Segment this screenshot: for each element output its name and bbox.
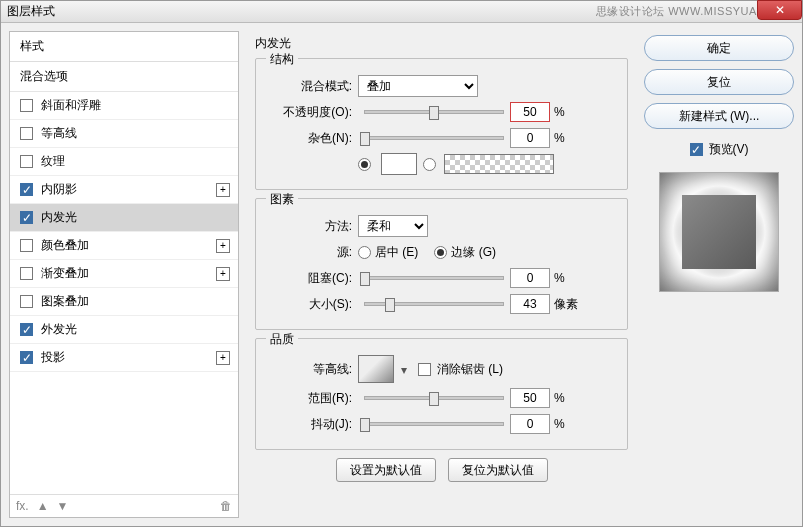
- source-edge-label: 边缘 (G): [451, 244, 496, 261]
- noise-slider[interactable]: [364, 136, 504, 140]
- choke-slider[interactable]: [364, 276, 504, 280]
- effect-checkbox[interactable]: [20, 267, 33, 280]
- effect-item[interactable]: 等高线: [10, 120, 238, 148]
- effect-item[interactable]: ✓内阴影+: [10, 176, 238, 204]
- source-center-radio[interactable]: [358, 246, 371, 259]
- effect-label: 颜色叠加: [41, 237, 89, 254]
- size-slider[interactable]: [364, 302, 504, 306]
- noise-input[interactable]: 0: [510, 128, 550, 148]
- size-input[interactable]: 43: [510, 294, 550, 314]
- antialias-checkbox[interactable]: [418, 363, 431, 376]
- effect-checkbox[interactable]: [20, 127, 33, 140]
- elements-group: 图素 方法: 柔和 源: 居中 (E) 边缘 (G) 阻塞(C): 0 %: [255, 198, 628, 330]
- close-button[interactable]: ✕: [757, 0, 802, 20]
- effect-checkbox[interactable]: [20, 99, 33, 112]
- source-label: 源:: [266, 244, 358, 261]
- effect-item[interactable]: ✓投影+: [10, 344, 238, 372]
- range-input[interactable]: 50: [510, 388, 550, 408]
- ok-button[interactable]: 确定: [644, 35, 794, 61]
- source-edge-radio[interactable]: [434, 246, 447, 259]
- fx-menu-icon[interactable]: fx.: [16, 499, 29, 513]
- range-unit: %: [554, 391, 578, 405]
- effect-label: 斜面和浮雕: [41, 97, 101, 114]
- noise-label: 杂色(N):: [266, 130, 358, 147]
- effect-item[interactable]: 颜色叠加+: [10, 232, 238, 260]
- source-center-label: 居中 (E): [375, 244, 418, 261]
- new-style-button[interactable]: 新建样式 (W)...: [644, 103, 794, 129]
- effect-label: 渐变叠加: [41, 265, 89, 282]
- window-title: 图层样式: [7, 3, 596, 20]
- quality-legend: 品质: [266, 331, 298, 348]
- settings-panel: 内发光 结构 混合模式: 叠加 不透明度(O): 50 % 杂色(N): 0: [247, 31, 636, 518]
- close-icon: ✕: [775, 3, 785, 17]
- preview-label: 预览(V): [709, 141, 749, 158]
- effect-checkbox[interactable]: ✓: [20, 351, 33, 364]
- effect-checkbox[interactable]: ✓: [20, 323, 33, 336]
- titlebar: 图层样式 思缘设计论坛 WWW.MISSYUAN.COM ✕: [1, 1, 802, 23]
- antialias-label: 消除锯齿 (L): [437, 361, 503, 378]
- choke-unit: %: [554, 271, 578, 285]
- add-effect-icon[interactable]: +: [216, 267, 230, 281]
- structure-legend: 结构: [266, 51, 298, 68]
- effect-checkbox[interactable]: [20, 239, 33, 252]
- jitter-input[interactable]: 0: [510, 414, 550, 434]
- range-label: 范围(R):: [266, 390, 358, 407]
- effect-checkbox[interactable]: [20, 155, 33, 168]
- cancel-button[interactable]: 复位: [644, 69, 794, 95]
- size-unit: 像素: [554, 296, 578, 313]
- choke-label: 阻塞(C):: [266, 270, 358, 287]
- effect-item[interactable]: 斜面和浮雕: [10, 92, 238, 120]
- move-down-icon[interactable]: ▼: [57, 499, 69, 513]
- add-effect-icon[interactable]: +: [216, 239, 230, 253]
- add-effect-icon[interactable]: +: [216, 183, 230, 197]
- preview-thumbnail: [659, 172, 779, 292]
- color-radio[interactable]: [358, 158, 371, 171]
- effect-label: 内发光: [41, 209, 77, 226]
- effects-list: 斜面和浮雕等高线纹理✓内阴影+✓内发光颜色叠加+渐变叠加+图案叠加✓外发光✓投影…: [10, 92, 238, 494]
- jitter-label: 抖动(J):: [266, 416, 358, 433]
- jitter-unit: %: [554, 417, 578, 431]
- styles-header: 样式: [10, 32, 238, 62]
- jitter-slider[interactable]: [364, 422, 504, 426]
- gradient-radio[interactable]: [423, 158, 436, 171]
- effect-label: 图案叠加: [41, 293, 89, 310]
- effect-item[interactable]: 纹理: [10, 148, 238, 176]
- noise-unit: %: [554, 131, 578, 145]
- effect-item[interactable]: ✓外发光: [10, 316, 238, 344]
- elements-legend: 图素: [266, 191, 298, 208]
- trash-icon[interactable]: 🗑: [220, 499, 232, 513]
- blending-options[interactable]: 混合选项: [10, 62, 238, 92]
- effect-checkbox[interactable]: ✓: [20, 211, 33, 224]
- gradient-swatch[interactable]: [444, 154, 554, 174]
- method-label: 方法:: [266, 218, 358, 235]
- effect-item[interactable]: 图案叠加: [10, 288, 238, 316]
- size-label: 大小(S):: [266, 296, 358, 313]
- method-select[interactable]: 柔和: [358, 215, 428, 237]
- contour-label: 等高线:: [266, 361, 358, 378]
- color-swatch[interactable]: [381, 153, 417, 175]
- styles-panel: 样式 混合选项 斜面和浮雕等高线纹理✓内阴影+✓内发光颜色叠加+渐变叠加+图案叠…: [9, 31, 239, 518]
- effect-item[interactable]: ✓内发光: [10, 204, 238, 232]
- effect-checkbox[interactable]: ✓: [20, 183, 33, 196]
- move-up-icon[interactable]: ▲: [37, 499, 49, 513]
- opacity-unit: %: [554, 105, 578, 119]
- effect-label: 外发光: [41, 321, 77, 338]
- effect-checkbox[interactable]: [20, 295, 33, 308]
- opacity-input[interactable]: 50: [510, 102, 550, 122]
- opacity-label: 不透明度(O):: [266, 104, 358, 121]
- blend-mode-select[interactable]: 叠加: [358, 75, 478, 97]
- effect-title: 内发光: [255, 35, 628, 52]
- choke-input[interactable]: 0: [510, 268, 550, 288]
- reset-default-button[interactable]: 复位为默认值: [448, 458, 548, 482]
- opacity-slider[interactable]: [364, 110, 504, 114]
- effect-item[interactable]: 渐变叠加+: [10, 260, 238, 288]
- add-effect-icon[interactable]: +: [216, 351, 230, 365]
- blend-mode-label: 混合模式:: [266, 78, 358, 95]
- preview-checkbox[interactable]: ✓: [690, 143, 703, 156]
- effect-label: 等高线: [41, 125, 77, 142]
- make-default-button[interactable]: 设置为默认值: [336, 458, 436, 482]
- range-slider[interactable]: [364, 396, 504, 400]
- structure-group: 结构 混合模式: 叠加 不透明度(O): 50 % 杂色(N): 0 %: [255, 58, 628, 190]
- contour-picker[interactable]: [358, 355, 394, 383]
- effect-label: 纹理: [41, 153, 65, 170]
